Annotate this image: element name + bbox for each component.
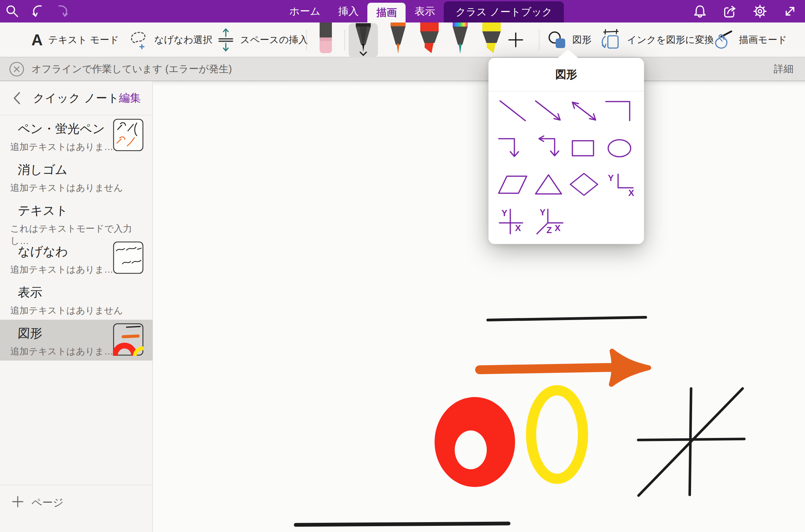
draw-toolbar: A テキスト モード なげなわ選択 スペースの挿入 — [0, 22, 805, 57]
page-list: ペン・蛍光ペン 追加テキストはありま… 消しゴム 追加テキストはありません テキ… — [0, 115, 152, 361]
page-title: 表示 — [17, 284, 145, 301]
shapes-popup: 図形 — [488, 58, 644, 244]
shape-axes-cross[interactable]: Y X — [495, 203, 531, 240]
axis-label-y: Y — [540, 207, 545, 217]
shape-ellipse[interactable] — [602, 130, 637, 167]
shape-rectangle[interactable] — [566, 130, 602, 167]
page-subtitle: 追加テキストはありません — [10, 304, 144, 317]
page-item-text[interactable]: テキスト これはテキストモードで入力し… — [0, 197, 152, 238]
shape-axes-3d[interactable]: Y Z X — [531, 203, 566, 240]
tab-class-notebook[interactable]: クラス ノートブック — [444, 1, 564, 22]
onenote-app: ホーム 挿入 描画 表示 クラス ノートブック A テキスト モード — [0, 0, 805, 532]
sidebar-header: クイック ノート 編集 — [0, 81, 152, 115]
shape-elbow-double-arrow[interactable] — [531, 130, 566, 167]
ink-to-shape-label: インクを図形に変換 — [627, 33, 714, 46]
shape-triangle[interactable] — [531, 167, 566, 203]
insert-space-button[interactable]: スペースの挿入 — [217, 22, 308, 57]
draw-mode-button[interactable]: 描画モード — [712, 22, 787, 57]
title-bar: ホーム 挿入 描画 表示 クラス ノートブック — [0, 0, 805, 22]
page-item-view[interactable]: 表示 追加テキストはありません — [0, 279, 152, 320]
drawing-canvas[interactable] — [153, 81, 805, 532]
pen-options-chevron-icon[interactable] — [358, 51, 368, 57]
bell-icon[interactable] — [692, 4, 707, 19]
shape-diagonal-arrow[interactable] — [531, 93, 566, 130]
toolbar-divider — [306, 29, 307, 50]
eraser-tool[interactable] — [316, 22, 336, 57]
red-highlighter-tool[interactable] — [418, 22, 441, 57]
orange-pen-tool[interactable] — [387, 22, 409, 57]
titlebar-right-icons — [692, 0, 797, 22]
tab-draw[interactable]: 描画 — [367, 3, 406, 22]
share-icon[interactable] — [722, 4, 737, 19]
search-icon[interactable] — [5, 4, 20, 19]
rainbow-pen-tool[interactable] — [449, 22, 471, 57]
error-circle-icon[interactable] — [9, 61, 25, 77]
gear-icon[interactable] — [752, 4, 767, 19]
text-mode-button[interactable]: A テキスト モード — [31, 22, 119, 57]
page-item-pen-highlighter[interactable]: ペン・蛍光ペン 追加テキストはありま… — [0, 115, 152, 156]
shapes-popup-title: 図形 — [488, 58, 644, 91]
redo-icon[interactable] — [55, 4, 70, 19]
draw-mode-label: 描画モード — [739, 33, 787, 46]
axis-label-z: Z — [546, 225, 552, 235]
shape-parallelogram[interactable] — [495, 167, 531, 203]
add-page-button[interactable]: ページ — [0, 485, 152, 532]
axis-label-x: X — [555, 223, 561, 233]
offline-message: オフラインで作業しています (エラーが発生) — [31, 62, 232, 76]
toolbar-divider — [539, 29, 539, 50]
tab-home[interactable]: ホーム — [280, 0, 329, 22]
lasso-label: なげなわ選択 — [154, 33, 213, 46]
axis-label-x: X — [515, 223, 521, 233]
offline-notification-bar: オフラインで作業しています (エラーが発生) 詳細 — [0, 57, 805, 81]
draw-mode-icon — [712, 29, 733, 50]
shapes-label: 図形 — [572, 33, 591, 46]
insert-space-icon — [217, 26, 235, 54]
page-title: 消しゴム — [17, 162, 145, 178]
shape-diamond[interactable] — [566, 167, 602, 203]
page-item-shapes-selected[interactable]: 図形 追加テキストはありま… — [0, 320, 152, 361]
shapes-icon — [547, 30, 567, 50]
plus-icon — [508, 32, 524, 48]
page-list-sidebar: クイック ノート 編集 ペン・蛍光ペン 追加テキストはありま… 消しゴム 追加テ… — [0, 81, 153, 532]
shape-elbow-connector[interactable] — [602, 93, 637, 130]
lasso-icon — [129, 29, 149, 51]
page-item-eraser[interactable]: 消しゴム 追加テキストはありません — [0, 156, 152, 197]
titlebar-left-icons — [5, 0, 70, 22]
shape-axes-2d[interactable]: Y X — [602, 167, 637, 203]
insert-space-label: スペースの挿入 — [240, 33, 308, 46]
page-thumbnail — [113, 241, 144, 274]
axis-label-y: Y — [501, 208, 507, 218]
axis-label-x: X — [628, 188, 634, 198]
shape-diagonal-line[interactable] — [495, 93, 531, 130]
shape-diagonal-double-arrow[interactable] — [566, 93, 602, 130]
add-pen-button[interactable] — [508, 22, 524, 57]
axis-label-y: Y — [608, 173, 614, 183]
add-page-label: ページ — [31, 496, 63, 510]
popup-callout-arrow — [557, 49, 579, 58]
tab-view-label: 表示 — [414, 4, 435, 18]
tab-view[interactable]: 表示 — [406, 0, 444, 22]
expand-icon[interactable] — [782, 4, 797, 19]
page-thumbnail — [113, 323, 144, 356]
black-pen-tool-selected[interactable] — [349, 23, 378, 57]
page-subtitle: 追加テキストはありません — [10, 182, 144, 194]
shapes-grid-empty-cell — [602, 203, 637, 240]
page-thumbnail — [113, 119, 144, 151]
text-mode-icon: A — [31, 31, 43, 49]
ribbon-tabs: ホーム 挿入 描画 表示 クラス ノートブック — [280, 0, 564, 22]
tab-draw-label: 描画 — [376, 6, 397, 20]
ink-to-shape-button[interactable]: インクを図形に変換 — [600, 22, 714, 57]
shapes-grid: Y X Y X Y Z X — [495, 93, 637, 240]
page-item-lasso[interactable]: なげなわ 追加テキストはありま… — [0, 238, 152, 279]
edit-link[interactable]: 編集 — [119, 81, 141, 115]
undo-icon[interactable] — [30, 4, 45, 19]
plus-icon — [12, 496, 24, 508]
page-title: テキスト — [17, 202, 145, 219]
shapes-grid-empty-cell — [566, 203, 602, 240]
toolbar-divider — [345, 29, 345, 50]
yellow-highlighter-tool[interactable] — [480, 22, 503, 57]
tab-insert[interactable]: 挿入 — [329, 0, 367, 22]
details-link[interactable]: 詳細 — [774, 62, 793, 76]
lasso-select-button[interactable]: なげなわ選択 — [129, 22, 213, 57]
shape-elbow-arrow-down[interactable] — [495, 130, 531, 167]
